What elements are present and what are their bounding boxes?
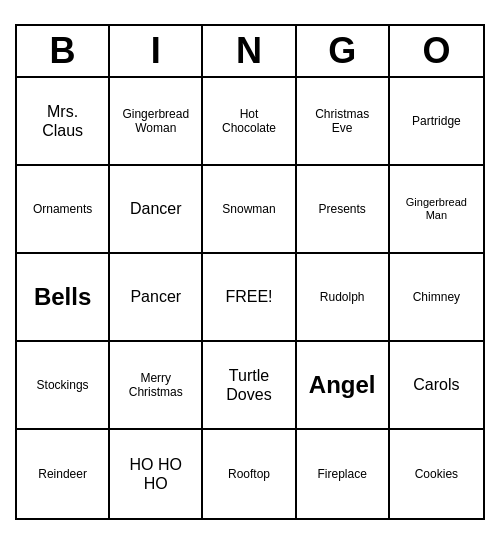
cell-label: Mrs.Claus [42,102,83,140]
bingo-grid: Mrs.ClausGingerbreadWomanHotChocolateChr… [17,78,483,518]
cell-label: Pancer [130,287,181,306]
cell-label: Cookies [415,467,458,481]
bingo-cell: Snowman [203,166,296,254]
cell-label: GingerbreadWoman [122,107,189,136]
cell-label: MerryChristmas [129,371,183,400]
bingo-cell: Bells [17,254,110,342]
bingo-cell: MerryChristmas [110,342,203,430]
cell-label: Reindeer [38,467,87,481]
cell-label: Rooftop [228,467,270,481]
bingo-cell: HotChocolate [203,78,296,166]
cell-label: Bells [34,283,91,312]
cell-label: TurtleDoves [226,366,271,404]
cell-label: HotChocolate [222,107,276,136]
bingo-cell: GingerbreadWoman [110,78,203,166]
header-letter: N [203,26,296,76]
header-letter: I [110,26,203,76]
cell-label: Partridge [412,114,461,128]
bingo-cell: Presents [297,166,390,254]
cell-label: FREE! [225,287,272,306]
bingo-cell: Rooftop [203,430,296,518]
cell-label: ChristmasEve [315,107,369,136]
bingo-cell: Ornaments [17,166,110,254]
bingo-cell: FREE! [203,254,296,342]
cell-label: Stockings [37,378,89,392]
cell-label: HO HOHO [130,455,182,493]
cell-label: Presents [319,202,366,216]
header-letter: G [297,26,390,76]
cell-label: Snowman [222,202,275,216]
bingo-cell: Stockings [17,342,110,430]
cell-label: Rudolph [320,290,365,304]
bingo-cell: ChristmasEve [297,78,390,166]
bingo-cell: Reindeer [17,430,110,518]
bingo-cell: Rudolph [297,254,390,342]
bingo-cell: Pancer [110,254,203,342]
cell-label: Ornaments [33,202,92,216]
bingo-cell: Angel [297,342,390,430]
bingo-cell: Cookies [390,430,483,518]
cell-label: Carols [413,375,459,394]
bingo-cell: GingerbreadMan [390,166,483,254]
bingo-cell: Carols [390,342,483,430]
bingo-card: BINGO Mrs.ClausGingerbreadWomanHotChocol… [15,24,485,520]
cell-label: Fireplace [318,467,367,481]
bingo-cell: Chimney [390,254,483,342]
cell-label: Angel [309,371,376,400]
header-letter: B [17,26,110,76]
header-letter: O [390,26,483,76]
bingo-cell: Mrs.Claus [17,78,110,166]
cell-label: GingerbreadMan [406,196,467,222]
bingo-cell: Dancer [110,166,203,254]
bingo-cell: HO HOHO [110,430,203,518]
bingo-cell: Fireplace [297,430,390,518]
bingo-cell: Partridge [390,78,483,166]
bingo-header: BINGO [17,26,483,78]
cell-label: Dancer [130,199,182,218]
bingo-cell: TurtleDoves [203,342,296,430]
cell-label: Chimney [413,290,460,304]
